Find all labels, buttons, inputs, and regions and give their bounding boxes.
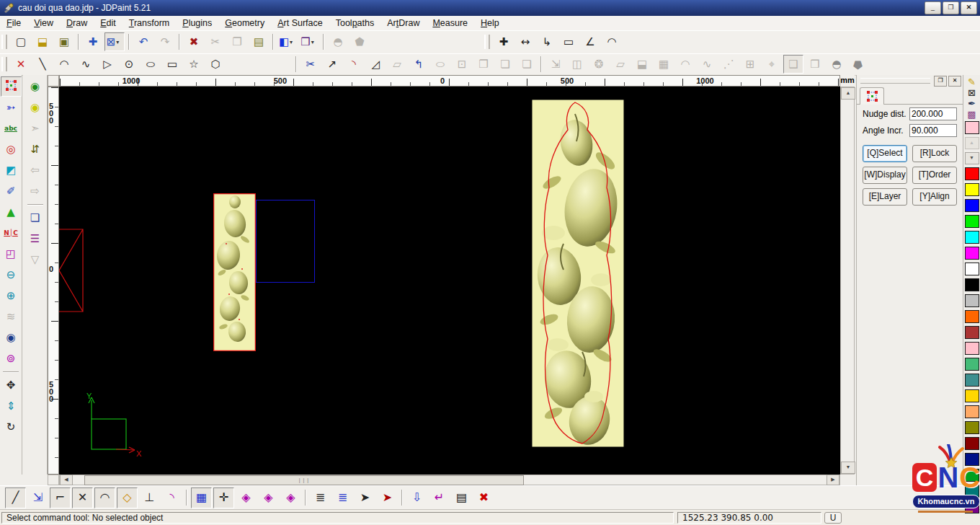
ellipse-edit-tool-button[interactable]: ○	[430, 55, 450, 74]
menu-help[interactable]: Help	[474, 17, 506, 30]
color-swatch-888800[interactable]	[965, 421, 979, 434]
perpendicular-snap-button[interactable]: ⊥	[139, 488, 160, 508]
refresh-view-button[interactable]: ↻	[1, 417, 22, 437]
offset-rect-tool-button[interactable]: ▱	[387, 55, 407, 74]
center-snap-button[interactable]: ◈	[280, 488, 301, 508]
contour-tool-button[interactable]: ◎	[1, 139, 22, 159]
relief-shield-preview-button[interactable]: ⬟	[349, 32, 370, 51]
copy-scale-tool-button[interactable]: ❏	[517, 55, 537, 74]
menu-draw[interactable]: Draw	[60, 17, 94, 30]
arc-center-snap-button[interactable]: ◠	[94, 488, 115, 508]
clear-snaps-button[interactable]: ✖	[473, 488, 494, 508]
trim-tool-button[interactable]: ✂	[300, 55, 321, 74]
material-color-button[interactable]: ◧▾	[277, 32, 298, 51]
menu-file[interactable]: File	[0, 17, 27, 30]
polygon-tool-button[interactable]: ⬡	[205, 55, 226, 74]
arc-measure-button[interactable]: ◠	[602, 32, 622, 51]
measure-toolbar-grip[interactable]	[484, 35, 490, 49]
zoom-dynamic-button[interactable]: ⇕	[1, 396, 22, 416]
menu-artdraw[interactable]: ArtDraw	[380, 17, 426, 30]
layer-snap-button[interactable]: ≣	[310, 488, 331, 508]
copy-move-tool-button[interactable]: ❐	[473, 55, 494, 74]
menu-art-surface[interactable]: Art Surface	[271, 17, 329, 30]
open-file-button[interactable]: ⬓	[32, 32, 53, 51]
fillet-tool-button[interactable]: ◝	[344, 55, 364, 74]
color-swatch-c0c0c0[interactable]	[965, 294, 979, 307]
close-button[interactable]: ✕	[961, 1, 977, 14]
distance-measure-button[interactable]: ↔	[515, 32, 535, 51]
point-tool-button[interactable]: ✕	[11, 55, 31, 74]
redo-button[interactable]: ↷	[155, 32, 175, 51]
extend-tool-button[interactable]: ↗	[322, 55, 342, 74]
color-swatch-ffffff[interactable]	[965, 262, 979, 275]
cursor-pick-button[interactable]: ➤	[355, 488, 375, 508]
scrollbar-thumb[interactable]: | | |	[84, 475, 524, 485]
grid-snap-button[interactable]: ▦	[191, 488, 212, 508]
angle-measure-button[interactable]: ∠	[580, 32, 600, 51]
snap-list-button[interactable]: ▤	[451, 488, 472, 508]
copy-rotate-tool-button[interactable]: ❏	[495, 55, 515, 74]
node-edit-tool-button[interactable]: ➳	[1, 97, 22, 118]
angle-increment-input[interactable]	[909, 124, 957, 137]
intersection-snap-button[interactable]: ✕	[72, 488, 93, 508]
grid-array-button[interactable]: ▦	[654, 55, 674, 74]
page-manager-button[interactable]: ❏	[24, 208, 45, 228]
region-color-button[interactable]: ⊠	[963, 87, 980, 98]
red-outline-shape[interactable]	[59, 229, 85, 314]
menu-view[interactable]: View	[27, 17, 60, 30]
corner-snap-button[interactable]: ⌐	[50, 488, 71, 508]
order-panel-button[interactable]: [T]Order	[912, 167, 957, 184]
brush-tool-button[interactable]: ✐	[1, 181, 22, 201]
display-panel-button[interactable]: [W]Display	[863, 167, 907, 184]
view-cube-button-dropdown[interactable]: ▾	[311, 39, 318, 45]
scale-box-button[interactable]: ⊞	[740, 55, 760, 74]
zoom-window-button[interactable]: ◰	[1, 244, 22, 264]
view-cube-button[interactable]: ❒▾	[299, 32, 319, 51]
merge-layers-button[interactable]: ▽	[24, 250, 45, 270]
color-swatch-ff6600[interactable]	[965, 310, 979, 323]
menu-toolpaths[interactable]: Toolpaths	[329, 17, 381, 30]
color-swatch-ffc0cb[interactable]	[965, 342, 979, 355]
unit-toggle-button[interactable]: U	[824, 512, 842, 524]
color-swatch-0000ff[interactable]	[965, 199, 979, 212]
color-swatch-000000[interactable]	[965, 278, 979, 291]
nudge-distance-input[interactable]	[909, 107, 957, 120]
transform-center-button[interactable]: ⌖	[762, 55, 782, 74]
relief-cone-tool-button[interactable]: ▲	[1, 202, 22, 222]
nearest-snap-button[interactable]: ⇲	[27, 488, 48, 508]
point-measure-button[interactable]: ✚	[494, 32, 514, 51]
relief-shield-button[interactable]: ⬟	[848, 55, 868, 74]
color-swatch-00ee00[interactable]	[965, 215, 979, 228]
scroll-down-button[interactable]: ▼	[841, 462, 855, 474]
color-swatch-44bb77[interactable]	[965, 358, 979, 371]
zoom-out-button[interactable]: ⊖	[1, 265, 22, 285]
tangent-snap-button[interactable]: ◝	[161, 488, 182, 508]
axis-snap-button[interactable]: ✛	[213, 488, 234, 508]
circle-tool-button[interactable]: ⊙	[119, 55, 139, 74]
scroll-left-button[interactable]: ◀	[60, 475, 73, 485]
layer-panel-button[interactable]: [E]Layer	[863, 188, 907, 206]
palette-scroll-up-button[interactable]: ▲	[965, 137, 979, 149]
menu-measure[interactable]: Measure	[426, 17, 474, 30]
cursor-clear-button[interactable]: ➤	[377, 488, 398, 508]
current-color-swatch[interactable]	[965, 121, 979, 134]
minimize-button[interactable]: _	[925, 1, 941, 14]
material-color-button-dropdown[interactable]: ▾	[290, 39, 296, 45]
pan-view-button[interactable]: ✥	[1, 375, 22, 395]
relief-dome-preview-button[interactable]: ◓	[328, 32, 348, 51]
horizontal-scrollbar[interactable]: ◀ | | | ▶	[59, 475, 840, 485]
endpoint-snap-button[interactable]: ╱	[5, 488, 26, 508]
snap-angle-button[interactable]: ↵	[429, 488, 450, 508]
spline-tool-button[interactable]: ∿	[76, 55, 96, 74]
text-tool-button[interactable]: abc	[1, 118, 22, 138]
menu-edit[interactable]: Edit	[94, 17, 122, 30]
midpoint-snap-button[interactable]: ◈	[258, 488, 279, 508]
relief-dome-button[interactable]: ◓	[827, 55, 847, 74]
maximize-button[interactable]: ❐	[943, 1, 959, 14]
pen-color-button[interactable]: ✎	[963, 76, 980, 87]
offset-measure-button[interactable]: ↳	[537, 32, 557, 51]
position-crosshair-button[interactable]: ✚	[83, 32, 103, 51]
star-tool-button[interactable]: ☆	[184, 55, 204, 74]
arc-tool-button[interactable]: ◠	[54, 55, 74, 74]
rotate-array-button[interactable]: ❂	[589, 55, 609, 74]
